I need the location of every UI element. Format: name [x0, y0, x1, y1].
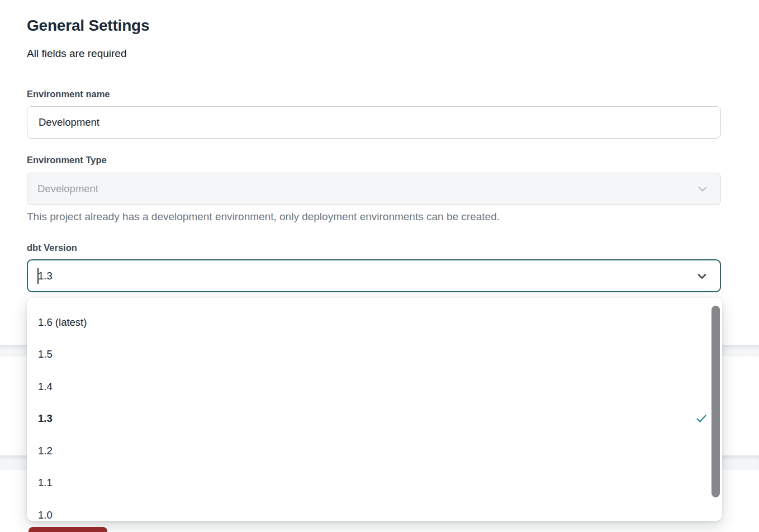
- settings-form: General Settings All fields are required…: [27, 0, 721, 532]
- dbt-version-label: dbt Version: [27, 243, 77, 253]
- environment-type-helper: This project already has a development e…: [27, 211, 500, 223]
- environment-type-value: Development: [37, 183, 98, 195]
- chevron-down-icon: [696, 182, 709, 196]
- dropdown-option[interactable]: 1.4: [27, 370, 722, 403]
- dbt-version-combobox[interactable]: 1.3: [27, 259, 721, 292]
- dbt-version-value: 1.3: [38, 270, 53, 282]
- environment-name-label: Environment name: [27, 89, 110, 99]
- general-settings-page: General Settings All fields are required…: [0, 0, 759, 532]
- dropdown-option[interactable]: 1.0: [27, 499, 722, 521]
- dropdown-option[interactable]: 1.3: [27, 403, 722, 435]
- environment-name-input[interactable]: Development: [27, 106, 721, 139]
- dbt-version-listbox: 1.6 (latest)1.51.41.31.21.11.0: [27, 298, 722, 521]
- environment-type-label: Environment Type: [27, 155, 107, 165]
- dropdown-option[interactable]: 1.1: [27, 467, 722, 500]
- dropdown-option-label: 1.3: [38, 412, 53, 425]
- dropdown-scrollbar-thumb[interactable]: [711, 306, 720, 497]
- chevron-down-icon: [695, 269, 709, 283]
- environment-name-value: Development: [39, 116, 99, 129]
- environment-type-select[interactable]: Development: [27, 173, 721, 205]
- dropdown-option[interactable]: 1.5: [27, 339, 722, 371]
- dropdown-option-label: 1.6 (latest): [38, 316, 87, 329]
- dropdown-option-label: 1.4: [38, 381, 53, 393]
- dbt-version-dropdown: 1.6 (latest)1.51.41.31.21.11.0: [27, 298, 722, 521]
- page-subtitle: All fields are required: [27, 48, 126, 60]
- check-icon: [695, 412, 708, 425]
- page-title: General Settings: [27, 17, 149, 35]
- text-caret: [37, 268, 39, 284]
- dropdown-option[interactable]: 1.2: [27, 435, 722, 467]
- dropdown-option-label: 1.5: [38, 348, 53, 360]
- dropdown-option[interactable]: 1.6 (latest): [27, 306, 722, 339]
- dropdown-option-label: 1.2: [38, 445, 53, 457]
- delete-button[interactable]: [29, 527, 107, 532]
- dropdown-option-label: 1.0: [38, 509, 53, 521]
- dropdown-option-label: 1.1: [38, 477, 53, 489]
